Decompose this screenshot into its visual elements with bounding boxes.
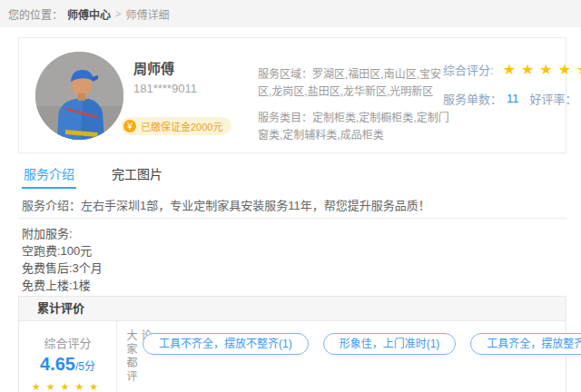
service-category-row: 服务类目：定制柜类,定制橱柜类,定制门窗类,定制辅料类,成品柜类 — [258, 110, 452, 144]
service-stats-row: 服务单数： 11 好评率： 50.00% — [443, 90, 581, 107]
overall-score-value: 4.65 — [40, 354, 75, 374]
worker-illustration — [35, 52, 123, 140]
extra-service-item: 免费上楼:1楼 — [22, 277, 103, 294]
overall-score-label: 综合评分 — [19, 334, 116, 351]
service-area-row: 服务区域：罗湖区,福田区,南山区,宝安区,龙岗区,盐田区,龙华新区,光明新区 — [258, 66, 452, 101]
orders-label: 服务单数： — [443, 90, 502, 107]
overall-rating-label: 综合评分: — [443, 61, 494, 78]
extra-services-title: 附加服务: — [22, 225, 103, 242]
detail-tab-bar: 服务介绍 完工图片 — [0, 164, 581, 189]
section-divider — [18, 218, 566, 219]
overall-rating-row: 综合评分: ★★★★★ — [443, 61, 581, 78]
star-rating-icons: ★★★★★ — [503, 63, 581, 77]
breadcrumb-home-link[interactable]: 师傅中心 — [67, 6, 111, 22]
review-panel-body: 综合评分 4.65/5分 ★★★★★ 大家都评论 工具不齐全，摆放不整齐(1) … — [19, 321, 566, 392]
technician-profile-card: 周师傅 181****9011 ¥ 已缴保证金2000元 服务区域：罗湖区,福田… — [18, 37, 566, 153]
service-area-label: 服务区域： — [258, 68, 312, 81]
service-info-column: 服务区域：罗湖区,福田区,南山区,宝安区,龙岗区,盐田区,龙华新区,光明新区 服… — [258, 66, 452, 153]
review-tag-3[interactable]: 工具齐全，摆放整齐(1) — [470, 333, 581, 355]
deposit-coin-icon: ¥ — [123, 120, 136, 132]
review-summary-panel: 累计评价 综合评分 4.65/5分 ★★★★★ 大家都评论 工具不齐全，摆放不整… — [18, 296, 566, 392]
praise-rate-label: 好评率： — [530, 90, 577, 107]
master-detail-page: 您的位置： 师傅中心 > 师傅详细 周师傅 181****9011 ¥ 已缴保 — [0, 0, 581, 392]
rating-column: 综合评分: ★★★★★ 服务单数： 11 好评率： 50.00% — [443, 61, 581, 107]
technician-phone: 181****9011 — [133, 82, 197, 95]
service-intro-row: 服务介绍：左右手深圳1部，专业定制家具安装服务11年，帮您提升服务品质！ — [22, 196, 559, 213]
review-tag-2[interactable]: 形象佳，上门准时(1) — [323, 333, 457, 355]
vertical-divider — [116, 321, 117, 392]
review-tag-list: 工具不齐全，摆放不整齐(1) 形象佳，上门准时(1) 工具齐全，摆放整齐(1) — [143, 333, 581, 355]
technician-name: 周师傅 — [133, 58, 174, 77]
review-tag-1[interactable]: 工具不齐全，摆放不整齐(1) — [143, 333, 309, 355]
breadcrumb: 您的位置： 师傅中心 > 师傅详细 — [0, 0, 581, 27]
extra-services-block: 附加服务: 空跑费:100元 免费售后:3个月 免费上楼:1楼 — [22, 225, 103, 294]
chevron-right-icon: > — [115, 8, 121, 19]
deposit-badge-label: 已缴保证金2000元 — [141, 119, 222, 133]
extra-service-item: 空跑费:100元 — [22, 242, 103, 260]
breadcrumb-prefix: 您的位置： — [8, 6, 63, 22]
deposit-badge: ¥ 已缴保证金2000元 — [121, 117, 231, 135]
breadcrumb-current: 师傅详细 — [125, 6, 169, 22]
service-category-label: 服务类目： — [258, 112, 312, 124]
extra-service-item: 免费售后:3个月 — [22, 260, 103, 277]
tab-finished-photos[interactable]: 完工图片 — [110, 164, 164, 189]
service-intro-label: 服务介绍： — [22, 199, 81, 212]
overall-score-column: 综合评分 4.65/5分 ★★★★★ — [19, 321, 116, 392]
score-star-icons: ★★★★★ — [19, 381, 116, 392]
technician-photo — [35, 52, 123, 140]
overall-score-line: 4.65/5分 — [19, 354, 116, 375]
overall-score-suffix: /5分 — [75, 360, 95, 373]
tab-service-intro[interactable]: 服务介绍 — [22, 164, 76, 189]
review-panel-title: 累计评价 — [19, 297, 566, 321]
service-intro-text: 左右手深圳1部，专业定制家具安装服务11年，帮您提升服务品质！ — [81, 199, 430, 212]
orders-value: 11 — [507, 92, 519, 105]
